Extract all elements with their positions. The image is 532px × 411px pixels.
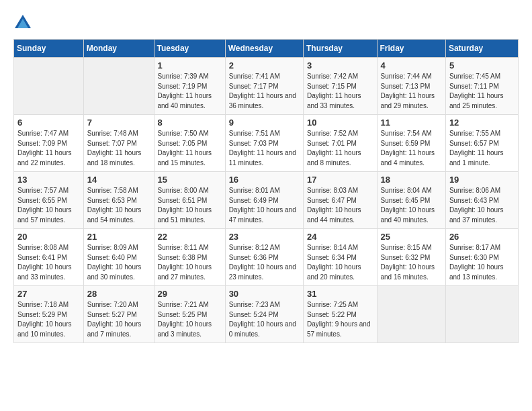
day-number: 24 [307, 232, 373, 242]
day-info: Sunrise: 8:03 AM Sunset: 6:47 PM Dayligh… [307, 186, 373, 225]
day-info: Sunrise: 8:12 AM Sunset: 6:36 PM Dayligh… [229, 243, 300, 282]
calendar-cell: 29Sunrise: 7:21 AM Sunset: 5:25 PM Dayli… [154, 286, 225, 343]
day-number: 20 [17, 232, 80, 242]
weekday-header-tuesday: Tuesday [154, 40, 225, 58]
day-number: 9 [229, 118, 300, 128]
day-info: Sunrise: 8:17 AM Sunset: 6:30 PM Dayligh… [449, 243, 515, 282]
day-info: Sunrise: 7:42 AM Sunset: 7:15 PM Dayligh… [307, 72, 373, 111]
day-info: Sunrise: 8:09 AM Sunset: 6:40 PM Dayligh… [87, 243, 150, 282]
logo-icon [13, 13, 32, 32]
calendar-body: 1Sunrise: 7:39 AM Sunset: 7:19 PM Daylig… [14, 58, 519, 343]
calendar-cell [14, 58, 84, 115]
day-number: 8 [158, 118, 222, 128]
calendar-week-3: 13Sunrise: 7:57 AM Sunset: 6:55 PM Dayli… [14, 172, 519, 229]
calendar-cell: 2Sunrise: 7:41 AM Sunset: 7:17 PM Daylig… [225, 58, 303, 115]
day-info: Sunrise: 7:20 AM Sunset: 5:27 PM Dayligh… [87, 300, 150, 339]
day-info: Sunrise: 8:00 AM Sunset: 6:51 PM Dayligh… [158, 186, 222, 225]
day-number: 15 [158, 175, 222, 185]
calendar-cell: 7Sunrise: 7:48 AM Sunset: 7:07 PM Daylig… [83, 115, 154, 172]
day-info: Sunrise: 7:54 AM Sunset: 6:59 PM Dayligh… [381, 129, 442, 168]
day-info: Sunrise: 7:47 AM Sunset: 7:09 PM Dayligh… [17, 129, 80, 168]
weekday-header-sunday: Sunday [14, 40, 84, 58]
day-info: Sunrise: 7:23 AM Sunset: 5:24 PM Dayligh… [229, 300, 300, 339]
day-info: Sunrise: 7:52 AM Sunset: 7:01 PM Dayligh… [307, 129, 373, 168]
day-number: 11 [381, 118, 442, 128]
calendar-cell: 25Sunrise: 8:15 AM Sunset: 6:32 PM Dayli… [377, 229, 445, 286]
day-info: Sunrise: 7:50 AM Sunset: 7:05 PM Dayligh… [158, 129, 222, 168]
day-info: Sunrise: 7:39 AM Sunset: 7:19 PM Dayligh… [158, 72, 222, 111]
day-number: 23 [229, 232, 300, 242]
day-number: 3 [307, 60, 373, 71]
day-info: Sunrise: 8:04 AM Sunset: 6:45 PM Dayligh… [381, 186, 442, 225]
day-number: 25 [381, 232, 442, 242]
day-info: Sunrise: 7:55 AM Sunset: 6:57 PM Dayligh… [449, 129, 515, 168]
day-number: 14 [87, 175, 150, 185]
day-number: 13 [17, 175, 80, 185]
day-info: Sunrise: 7:51 AM Sunset: 7:03 PM Dayligh… [229, 129, 300, 168]
calendar-cell: 16Sunrise: 8:01 AM Sunset: 6:49 PM Dayli… [225, 172, 303, 229]
day-number: 28 [87, 289, 150, 299]
weekday-header-thursday: Thursday [303, 40, 377, 58]
calendar-week-1: 1Sunrise: 7:39 AM Sunset: 7:19 PM Daylig… [14, 58, 519, 115]
day-number: 1 [158, 60, 222, 71]
day-info: Sunrise: 7:21 AM Sunset: 5:25 PM Dayligh… [158, 300, 222, 339]
day-number: 16 [229, 175, 300, 185]
calendar-cell: 19Sunrise: 8:06 AM Sunset: 6:43 PM Dayli… [445, 172, 518, 229]
calendar-cell: 9Sunrise: 7:51 AM Sunset: 7:03 PM Daylig… [225, 115, 303, 172]
calendar-cell: 24Sunrise: 8:14 AM Sunset: 6:34 PM Dayli… [303, 229, 377, 286]
day-info: Sunrise: 7:18 AM Sunset: 5:29 PM Dayligh… [17, 300, 80, 339]
calendar-table: SundayMondayTuesdayWednesdayThursdayFrid… [13, 39, 519, 343]
calendar-cell [377, 286, 445, 343]
calendar-cell [445, 286, 518, 343]
weekday-header-wednesday: Wednesday [225, 40, 303, 58]
day-number: 22 [158, 232, 222, 242]
day-info: Sunrise: 7:25 AM Sunset: 5:22 PM Dayligh… [307, 300, 373, 339]
page-header [13, 13, 519, 32]
weekday-header-saturday: Saturday [445, 40, 518, 58]
calendar-cell: 3Sunrise: 7:42 AM Sunset: 7:15 PM Daylig… [303, 58, 377, 115]
day-number: 5 [449, 60, 515, 71]
day-number: 18 [381, 175, 442, 185]
calendar-cell: 30Sunrise: 7:23 AM Sunset: 5:24 PM Dayli… [225, 286, 303, 343]
weekday-header-friday: Friday [377, 40, 445, 58]
calendar-cell: 11Sunrise: 7:54 AM Sunset: 6:59 PM Dayli… [377, 115, 445, 172]
day-number: 6 [17, 118, 80, 128]
day-number: 7 [87, 118, 150, 128]
calendar-cell: 12Sunrise: 7:55 AM Sunset: 6:57 PM Dayli… [445, 115, 518, 172]
day-info: Sunrise: 7:48 AM Sunset: 7:07 PM Dayligh… [87, 129, 150, 168]
calendar-cell: 31Sunrise: 7:25 AM Sunset: 5:22 PM Dayli… [303, 286, 377, 343]
day-info: Sunrise: 8:01 AM Sunset: 6:49 PM Dayligh… [229, 186, 300, 225]
day-info: Sunrise: 7:44 AM Sunset: 7:13 PM Dayligh… [381, 72, 442, 111]
day-number: 17 [307, 175, 373, 185]
weekday-header-monday: Monday [83, 40, 154, 58]
calendar-cell: 6Sunrise: 7:47 AM Sunset: 7:09 PM Daylig… [14, 115, 84, 172]
day-info: Sunrise: 8:14 AM Sunset: 6:34 PM Dayligh… [307, 243, 373, 282]
calendar-cell: 20Sunrise: 8:08 AM Sunset: 6:41 PM Dayli… [14, 229, 84, 286]
calendar-cell: 23Sunrise: 8:12 AM Sunset: 6:36 PM Dayli… [225, 229, 303, 286]
calendar-cell: 1Sunrise: 7:39 AM Sunset: 7:19 PM Daylig… [154, 58, 225, 115]
day-number: 31 [307, 289, 373, 299]
calendar-week-4: 20Sunrise: 8:08 AM Sunset: 6:41 PM Dayli… [14, 229, 519, 286]
day-info: Sunrise: 8:15 AM Sunset: 6:32 PM Dayligh… [381, 243, 442, 282]
calendar-cell: 21Sunrise: 8:09 AM Sunset: 6:40 PM Dayli… [83, 229, 154, 286]
day-number: 10 [307, 118, 373, 128]
calendar-cell: 10Sunrise: 7:52 AM Sunset: 7:01 PM Dayli… [303, 115, 377, 172]
calendar-cell: 14Sunrise: 7:58 AM Sunset: 6:53 PM Dayli… [83, 172, 154, 229]
calendar-week-5: 27Sunrise: 7:18 AM Sunset: 5:29 PM Dayli… [14, 286, 519, 343]
calendar-cell: 13Sunrise: 7:57 AM Sunset: 6:55 PM Dayli… [14, 172, 84, 229]
day-info: Sunrise: 8:11 AM Sunset: 6:38 PM Dayligh… [158, 243, 222, 282]
calendar-cell: 5Sunrise: 7:45 AM Sunset: 7:11 PM Daylig… [445, 58, 518, 115]
day-number: 27 [17, 289, 80, 299]
day-number: 29 [158, 289, 222, 299]
day-info: Sunrise: 8:08 AM Sunset: 6:41 PM Dayligh… [17, 243, 80, 282]
calendar-cell: 15Sunrise: 8:00 AM Sunset: 6:51 PM Dayli… [154, 172, 225, 229]
day-info: Sunrise: 8:06 AM Sunset: 6:43 PM Dayligh… [449, 186, 515, 225]
day-number: 2 [229, 60, 300, 71]
calendar-cell: 28Sunrise: 7:20 AM Sunset: 5:27 PM Dayli… [83, 286, 154, 343]
calendar-cell: 27Sunrise: 7:18 AM Sunset: 5:29 PM Dayli… [14, 286, 84, 343]
day-number: 21 [87, 232, 150, 242]
calendar-cell: 18Sunrise: 8:04 AM Sunset: 6:45 PM Dayli… [377, 172, 445, 229]
day-number: 12 [449, 118, 515, 128]
calendar-cell: 26Sunrise: 8:17 AM Sunset: 6:30 PM Dayli… [445, 229, 518, 286]
day-number: 26 [449, 232, 515, 242]
